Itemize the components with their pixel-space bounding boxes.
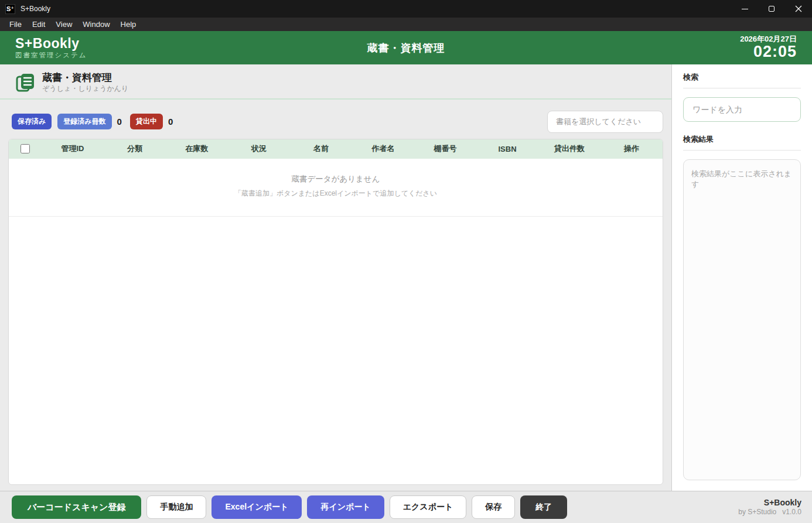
page-furigana: ぞうしょ・しりょうかんり: [42, 84, 128, 93]
header-datetime: 2026年02月27日 02:05: [740, 35, 797, 61]
menu-edit[interactable]: Edit: [27, 18, 50, 31]
search-sidebar: 検索 検索結果 検索結果がここに表示されます: [671, 64, 812, 491]
brand-subtitle: 図書室管理システム: [15, 52, 87, 59]
app-header: S+Bookly 図書室管理システム 蔵書・資料管理 2026年02月27日 0…: [0, 31, 812, 64]
barcode-scan-register-button[interactable]: バーコードスキャン登録: [12, 495, 141, 519]
select-all-checkbox[interactable]: [21, 144, 30, 153]
saved-status-badge: 保存済み: [12, 114, 52, 129]
action-bar: バーコードスキャン登録 手動追加 Excelインポート 再インポート エクスポー…: [0, 491, 812, 523]
main-area: 蔵書・資料管理 ぞうしょ・しりょうかんり 保存済み 登録済み冊数 0 貸出中 0…: [0, 64, 812, 491]
maximize-icon: [769, 6, 775, 12]
empty-state-hint: 「蔵書追加」ボタンまたはExcelインポートで追加してください: [15, 189, 657, 199]
empty-state: 蔵書データがありません 「蔵書追加」ボタンまたはExcelインポートで追加してく…: [9, 159, 663, 217]
col-stock: 在庫数: [166, 143, 228, 154]
titlebar: S⁺ S+Bookly: [0, 0, 812, 18]
col-actions: 操作: [601, 143, 663, 154]
select-all-cell: [9, 144, 42, 153]
search-results-placeholder: 検索結果がここに表示されます: [691, 169, 793, 190]
app-logo-icon: S⁺: [5, 4, 15, 14]
empty-state-title: 蔵書データがありません: [15, 174, 657, 184]
page-titles: 蔵書・資料管理 ぞうしょ・しりょうかんり: [42, 72, 128, 93]
manual-add-button[interactable]: 手動追加: [146, 495, 206, 519]
version-info: S+Bookly by S+Studio v1.0.0: [738, 498, 801, 517]
book-stack-icon: [15, 73, 35, 93]
reimport-button[interactable]: 再インポート: [307, 495, 384, 519]
menu-view[interactable]: View: [50, 18, 77, 31]
menu-help[interactable]: Help: [115, 18, 142, 31]
menu-file[interactable]: File: [4, 18, 27, 31]
export-button[interactable]: エクスポート: [390, 495, 467, 519]
menu-window[interactable]: Window: [77, 18, 115, 31]
app-window: S⁺ S+Bookly File Edit View Window Help S…: [0, 0, 812, 523]
registered-count-badge: 登録済み冊数: [57, 114, 111, 129]
excel-import-button[interactable]: Excelインポート: [211, 495, 302, 519]
content-area: 蔵書・資料管理 ぞうしょ・しりょうかんり 保存済み 登録済み冊数 0 貸出中 0…: [0, 64, 671, 491]
titlebar-left: S⁺ S+Bookly: [0, 4, 731, 14]
header-clock: 02:05: [740, 43, 797, 61]
lending-count-value: 0: [168, 117, 173, 127]
col-status: 状況: [228, 143, 290, 154]
lending-count-badge: 貸出中: [130, 114, 163, 129]
brand-name: S+Bookly: [15, 36, 87, 51]
registered-count-value: 0: [117, 117, 122, 127]
maximize-button[interactable]: [758, 0, 785, 18]
table-header-row: 管理ID 分類 在庫数 状況 名前 作者名 棚番号 ISBN 貸出件数 操作: [9, 139, 663, 159]
col-lend-count: 貸出件数: [538, 143, 601, 154]
close-icon: [795, 5, 802, 12]
save-button[interactable]: 保存: [472, 495, 515, 519]
menubar: File Edit View Window Help: [0, 18, 812, 31]
col-author: 作者名: [352, 143, 414, 154]
col-isbn: ISBN: [476, 145, 538, 153]
search-input[interactable]: [683, 97, 801, 122]
brand-block: S+Bookly 図書室管理システム: [15, 36, 87, 59]
books-table: 管理ID 分類 在庫数 状況 名前 作者名 棚番号 ISBN 貸出件数 操作 蔵…: [8, 139, 663, 485]
search-results-box: 検索結果がここに表示されます: [683, 159, 801, 480]
col-manage-id: 管理ID: [42, 143, 104, 154]
credit-text: by S+Studio: [738, 508, 776, 517]
search-results-heading: 検索結果: [683, 134, 801, 151]
window-controls: [731, 0, 812, 18]
book-select-input[interactable]: [547, 111, 663, 133]
minimize-icon: [742, 9, 748, 9]
header-date: 2026年02月27日: [740, 35, 797, 43]
col-name: 名前: [290, 143, 352, 154]
col-category: 分類: [104, 143, 166, 154]
col-shelf: 棚番号: [414, 143, 476, 154]
minimize-button[interactable]: [731, 0, 758, 18]
version-app-name: S+Bookly: [738, 498, 801, 508]
window-title: S+Bookly: [21, 5, 50, 13]
page-title: 蔵書・資料管理: [42, 72, 128, 84]
version-credit: by S+Studio v1.0.0: [738, 508, 801, 517]
header-page-title: 蔵書・資料管理: [0, 41, 812, 55]
version-number: v1.0.0: [782, 508, 801, 517]
page-head: 蔵書・資料管理 ぞうしょ・しりょうかんり: [0, 64, 671, 100]
status-badge-row: 保存済み 登録済み冊数 0 貸出中 0: [0, 100, 671, 133]
exit-button[interactable]: 終了: [520, 495, 567, 519]
close-button[interactable]: [785, 0, 812, 18]
search-heading: 検索: [683, 72, 801, 88]
